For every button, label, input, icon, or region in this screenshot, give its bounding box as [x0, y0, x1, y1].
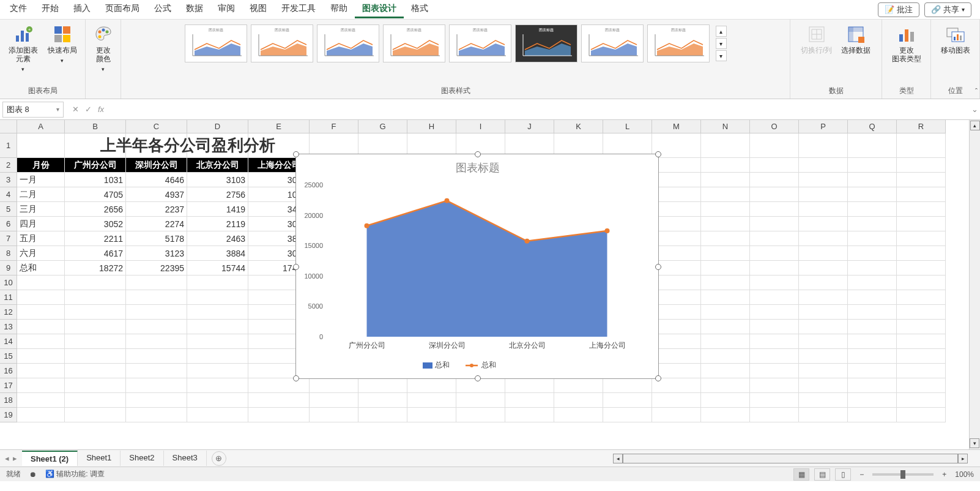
cell-R2[interactable] [897, 158, 946, 173]
cell-Q1[interactable] [848, 133, 897, 158]
row-header-16[interactable]: 16 [0, 364, 17, 378]
data-cell-0-1[interactable]: 1031 [65, 173, 126, 187]
row-header-1[interactable]: 1 [0, 133, 17, 158]
cell-B12[interactable] [65, 305, 126, 320]
zoom-out-button[interactable]: − [856, 470, 867, 479]
cell-Q7[interactable] [848, 231, 897, 246]
data-cell-5-2[interactable]: 3123 [126, 246, 187, 261]
cell-N1[interactable] [701, 133, 750, 158]
cell-P19[interactable] [799, 408, 848, 422]
cell-Q2[interactable] [848, 158, 897, 173]
cell-R10[interactable] [897, 275, 946, 290]
data-cell-1-3[interactable]: 2756 [187, 187, 248, 202]
cell-M14[interactable] [652, 334, 701, 349]
menu-图表设计[interactable]: 图表设计 [355, 1, 404, 18]
cell-I19[interactable] [456, 408, 505, 422]
cell-F17[interactable] [310, 378, 358, 393]
macro-record-icon[interactable]: ⏺ [29, 470, 37, 479]
formula-input[interactable] [110, 102, 969, 116]
row-header-6[interactable]: 6 [0, 217, 17, 231]
data-cell-2-2[interactable]: 2237 [126, 202, 187, 217]
cell-N14[interactable] [701, 334, 750, 349]
cell-G18[interactable] [358, 393, 407, 408]
horizontal-scrollbar[interactable]: ◂ ▸ [613, 454, 968, 463]
cell-Q19[interactable] [848, 408, 897, 422]
cell-O2[interactable] [750, 158, 799, 173]
cell-C10[interactable] [126, 275, 187, 290]
cell-D18[interactable] [187, 393, 248, 408]
cell-K19[interactable] [554, 408, 603, 422]
data-cell-4-3[interactable]: 2463 [187, 231, 248, 246]
cell-P16[interactable] [799, 364, 848, 378]
col-header-B[interactable]: B [65, 120, 126, 133]
col-header-F[interactable]: F [310, 120, 358, 133]
resize-handle-se[interactable] [655, 375, 661, 381]
menu-审阅[interactable]: 审阅 [210, 1, 242, 18]
cell-D13[interactable] [187, 320, 248, 334]
resize-handle-e[interactable] [655, 264, 661, 270]
cell-N13[interactable] [701, 320, 750, 334]
data-cell-5-1[interactable]: 4617 [65, 246, 126, 261]
col-header-K[interactable]: K [554, 120, 603, 133]
chart-style-7[interactable]: 图表标题 [581, 24, 644, 62]
row-header-4[interactable]: 4 [0, 187, 17, 202]
cell-O17[interactable] [750, 378, 799, 393]
cell-O5[interactable] [750, 202, 799, 217]
cell-B15[interactable] [65, 349, 126, 364]
cell-C18[interactable] [126, 393, 187, 408]
normal-view-button[interactable]: ▦ [793, 468, 809, 481]
cell-M4[interactable] [652, 187, 701, 202]
cell-P10[interactable] [799, 275, 848, 290]
name-box[interactable]: 图表 8▾ [2, 102, 64, 118]
cell-H19[interactable] [407, 408, 456, 422]
cell-P5[interactable] [799, 202, 848, 217]
cell-O10[interactable] [750, 275, 799, 290]
cell-M13[interactable] [652, 320, 701, 334]
sheet-tab-3[interactable]: Sheet3 [164, 451, 207, 466]
cell-O9[interactable] [750, 261, 799, 275]
sheet-tab-2[interactable]: Sheet2 [121, 451, 163, 466]
data-cell-5-0[interactable]: 六月 [17, 246, 65, 261]
zoom-slider[interactable] [872, 473, 934, 476]
col-header-Q[interactable]: Q [848, 120, 897, 133]
share-button[interactable]: 🔗共享▾ [924, 2, 971, 17]
styles-up-button[interactable]: ▴ [716, 26, 727, 37]
col-header-M[interactable]: M [652, 120, 701, 133]
cell-A17[interactable] [17, 378, 65, 393]
col-header-D[interactable]: D [187, 120, 248, 133]
cell-Q4[interactable] [848, 187, 897, 202]
cell-R1[interactable] [897, 133, 946, 158]
cell-R8[interactable] [897, 246, 946, 261]
col-header-H[interactable]: H [407, 120, 456, 133]
accessibility-status[interactable]: ♿ 辅助功能: 调查 [45, 469, 105, 479]
data-cell-2-0[interactable]: 三月 [17, 202, 65, 217]
col-header-P[interactable]: P [799, 120, 848, 133]
resize-handle-s[interactable] [475, 375, 481, 381]
cell-M6[interactable] [652, 217, 701, 231]
cell-N15[interactable] [701, 349, 750, 364]
cell-M15[interactable] [652, 349, 701, 364]
cell-B14[interactable] [65, 334, 126, 349]
cell-Q8[interactable] [848, 246, 897, 261]
scroll-left-button[interactable]: ◂ [613, 454, 623, 463]
cell-P15[interactable] [799, 349, 848, 364]
data-cell-4-0[interactable]: 五月 [17, 231, 65, 246]
row-header-14[interactable]: 14 [0, 334, 17, 349]
cell-N16[interactable] [701, 364, 750, 378]
cell-R14[interactable] [897, 334, 946, 349]
cell-C16[interactable] [126, 364, 187, 378]
expand-formula-button[interactable]: ⌄ [969, 105, 980, 114]
cell-J17[interactable] [505, 378, 554, 393]
move-chart-button[interactable]: 移动图表 [937, 22, 974, 57]
cell-N4[interactable] [701, 187, 750, 202]
scroll-up-button[interactable]: ▴ [970, 121, 980, 130]
cell-N5[interactable] [701, 202, 750, 217]
col-header-L[interactable]: L [603, 120, 652, 133]
cell-N7[interactable] [701, 231, 750, 246]
data-cell-5-3[interactable]: 3884 [187, 246, 248, 261]
cell-D19[interactable] [187, 408, 248, 422]
cell-Q11[interactable] [848, 290, 897, 305]
row-header-7[interactable]: 7 [0, 231, 17, 246]
cell-P14[interactable] [799, 334, 848, 349]
cell-B13[interactable] [65, 320, 126, 334]
